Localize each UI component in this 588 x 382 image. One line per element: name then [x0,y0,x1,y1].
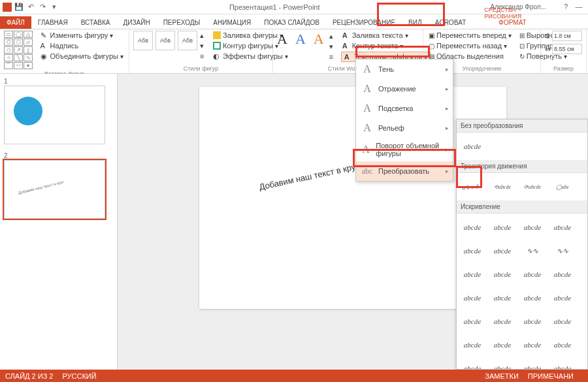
warp-option[interactable]: abcde [549,217,576,237]
tab-review[interactable]: РЕЦЕНЗИРОВАНИЕ [326,16,402,29]
warp-option[interactable]: ∿∿ [549,241,576,261]
shapes-gallery[interactable]: ▭◯△⬠⬡ ▱⬭↗{☆ ╲∿⌒〰▾ [4,31,35,69]
transform-none-header: Без преобразования [457,119,587,133]
warp-option[interactable]: abcde [459,217,485,237]
status-slide: СЛАЙД 2 ИЗ 2 [5,372,53,380]
group-size: Размер [545,64,582,72]
group-shape-styles: Стили фигур [133,64,269,72]
transform-path-1[interactable]: a b c d e [459,176,486,197]
warp-option[interactable]: abcde [519,311,546,331]
wordart-gallery[interactable]: A A A ▴▾≡ [277,31,337,62]
text-fill-button[interactable]: AЗаливка текста ▾ [341,31,431,40]
warp-option[interactable]: abcde [489,288,515,308]
warp-option[interactable]: abcde [459,335,485,355]
menu-bevel[interactable]: AРельеф▸ [356,118,453,138]
warp-option[interactable]: abcde [459,264,485,284]
warp-option[interactable]: abcde [489,311,515,331]
status-lang[interactable]: РУССКИЙ [62,372,96,380]
warp-option[interactable]: abcde [519,335,546,355]
transform-gallery: Без преобразования abcde Траектория движ… [456,119,588,370]
warp-option[interactable]: abcde [549,335,576,355]
warp-option[interactable]: abcde [489,241,515,261]
warp-option[interactable]: abcde [459,288,485,308]
tab-design[interactable]: ДИЗАЙН [117,16,157,29]
warp-option[interactable]: abcde [459,311,485,331]
transform-path-2[interactable]: ⟲abcde [489,177,515,197]
menu-glow[interactable]: AПодсветка▸ [356,99,453,118]
status-bar: СЛАЙД 2 ИЗ 2 РУССКИЙ ЗАМЕТКИ ПРИМЕЧАНИ [0,370,588,382]
tab-acrobat[interactable]: ACROBAT [429,16,473,29]
transform-none[interactable]: abcde [459,136,485,156]
warp-option[interactable]: abcde [519,288,546,308]
help-icon[interactable]: ? [561,3,570,12]
transform-path-4[interactable]: ◯abc [549,177,576,197]
transform-warp-header: Искривление [457,200,587,214]
thumbnail-1[interactable]: 1 [4,78,113,146]
curved-text[interactable]: Добавим наш текст в круг [258,161,359,192]
warp-option[interactable]: abcde [489,358,515,370]
send-backward-button[interactable]: ▢ Переместить назад ▾ [427,41,513,50]
transform-path-3[interactable]: ⟳abcde [519,177,546,197]
textbox-button[interactable]: AНадпись [39,41,125,50]
qat-more-icon[interactable]: ▾ [50,3,59,12]
warp-option[interactable]: abcde [549,288,576,308]
app-icon [3,3,12,12]
warp-option[interactable]: abcde [519,264,546,284]
menu-transform[interactable]: abcПреобразовать▸ [356,161,453,181]
status-comments[interactable]: ПРИМЕЧАНИ [528,372,574,380]
ribbon-tabs: ФАЙЛ ГЛАВНАЯ ВСТАВКА ДИЗАЙН ПЕРЕХОДЫ АНИ… [0,14,588,29]
warp-option[interactable]: ∿∿ [519,241,546,261]
tab-insert[interactable]: ВСТАВКА [74,16,117,29]
warp-option[interactable]: abcde [489,217,515,237]
merge-shapes-button[interactable]: ◉Объединить фигуры ▾ [39,52,125,61]
tab-file[interactable]: ФАЙЛ [0,16,31,29]
text-effects-menu: AТень▸ AОтражение▸ AПодсветка▸ AРельеф▸ … [355,59,453,182]
undo-icon[interactable]: ↶ [26,3,35,12]
warp-option[interactable]: abcde [459,241,485,261]
warp-option[interactable]: abcde [519,217,546,237]
menu-reflection[interactable]: AОтражение▸ [356,79,453,99]
height-icon: ⇕ [545,32,551,40]
tab-view[interactable]: ВИД [402,16,429,29]
warp-option[interactable]: abcde [489,335,515,355]
ribbon: ▭◯△⬠⬡ ▱⬭↗{☆ ╲∿⌒〰▾ ✎Изменить фигуру ▾ AНа… [0,29,588,74]
warp-option[interactable]: abcde [459,358,485,370]
thumbnail-2[interactable]: 2 Добавим наш текст в круг [4,152,113,220]
warp-option[interactable]: abcde [549,358,576,370]
context-tab-label: СРЕДСТВА РИСОВАНИЯ [479,5,551,21]
text-outline-button[interactable]: AКонтур текста ▾ [341,41,431,50]
bring-forward-button[interactable]: ▣ Переместить вперед ▾ [427,31,513,40]
warp-option[interactable]: abcde [489,264,515,284]
menu-shadow[interactable]: AТень▸ [356,59,453,79]
width-icon: ⇔ [545,45,551,54]
redo-icon[interactable]: ↷ [38,3,47,12]
edit-shape-button[interactable]: ✎Изменить фигуру ▾ [39,31,125,40]
menu-3d-rotation[interactable]: AПоворот объемной фигуры▸ [356,138,453,161]
warp-option[interactable]: abcde [549,311,576,331]
tab-transitions[interactable]: ПЕРЕХОДЫ [157,16,207,29]
slide-thumbnails: 1 2 Добавим наш текст в круг [0,74,118,370]
tab-home[interactable]: ГЛАВНАЯ [31,16,74,29]
height-input[interactable] [552,31,582,41]
transform-path-header: Траектория движения [457,160,587,173]
save-icon[interactable]: 💾 [14,3,24,12]
warp-option[interactable]: abcde [549,264,576,284]
status-notes[interactable]: ЗАМЕТКИ [485,372,519,380]
minimize-icon[interactable]: — [574,3,583,12]
window-title: Презентация1 - PowerPoint [59,3,491,11]
width-input[interactable] [552,44,582,54]
warp-option[interactable]: abcde [519,358,546,370]
shape-style-gallery[interactable]: Абв Абв Абв ▴▾≡ [133,31,208,61]
tab-animation[interactable]: АНИМАЦИЯ [206,16,257,29]
tab-slideshow[interactable]: ПОКАЗ СЛАЙДОВ [257,16,326,29]
